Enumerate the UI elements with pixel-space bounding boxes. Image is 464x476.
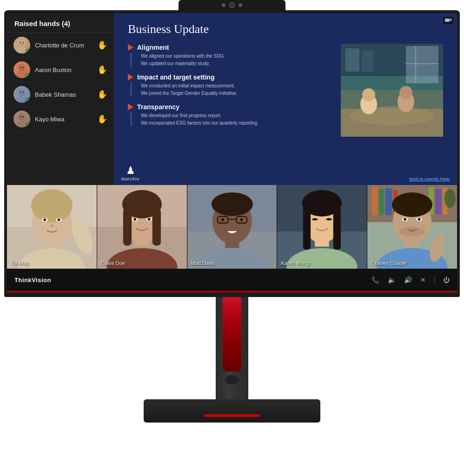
svg-point-91 (404, 218, 406, 221)
svg-point-21 (362, 88, 375, 101)
person-svg-tia (7, 185, 97, 269)
online-status (26, 73, 30, 78)
raised-hands-title: Raised hands (4) (14, 20, 70, 27)
svg-point-7 (23, 67, 24, 68)
svg-point-23 (399, 86, 412, 99)
svg-rect-79 (379, 189, 384, 215)
person-svg-claire (97, 185, 187, 269)
svg-point-8 (18, 88, 26, 97)
controls-divider (434, 275, 435, 284)
agenda-link[interactable]: Back to Agenda Page (409, 177, 450, 181)
raised-hand-icon: ✋ (97, 40, 107, 50)
raised-hand-icon: ✋ (97, 114, 107, 124)
video-feed (7, 185, 97, 269)
slide-bullet: We developed our first progress report. (141, 112, 331, 119)
video-name-karen: Karen Wong (281, 260, 309, 266)
video-cell-tia: Tia May (7, 185, 97, 269)
svg-point-89 (392, 192, 432, 217)
raised-hands-sidebar: Raised hands (4) (7, 13, 114, 185)
stand-connector (225, 375, 239, 384)
monitor-wrapper: Raised hands (4) (0, 0, 464, 423)
svg-rect-80 (385, 188, 392, 215)
svg-point-65 (221, 218, 224, 221)
monitor-bezel: Raised hands (4) (4, 10, 460, 292)
participant-item[interactable]: Babek Shamas ✋ (7, 82, 114, 107)
avatar (13, 61, 30, 78)
avatar (13, 111, 30, 127)
monitor-bottom-bar: ThinkVision 📞 🔈 🔊 ✕ ⏻ (7, 269, 457, 291)
svg-rect-51 (152, 208, 161, 245)
video-cell-matt: Matt Davis (187, 185, 277, 269)
participant-name: Charlotte de Crum (35, 42, 93, 49)
svg-point-6 (20, 67, 21, 68)
svg-point-66 (240, 218, 243, 221)
brand-label: ThinkVision (14, 277, 51, 284)
svg-point-2 (20, 42, 21, 44)
svg-point-10 (20, 92, 21, 93)
slide-bullets: We conducted an initial impact measureme… (131, 83, 331, 97)
slide-content: Business Update Alignment (114, 13, 457, 185)
svg-rect-74 (303, 207, 311, 249)
triangle-icon (128, 104, 133, 110)
camera-icon (445, 18, 451, 22)
vol-down-control[interactable]: 🔈 (388, 276, 396, 284)
svg-rect-83 (435, 189, 441, 215)
participant-item[interactable]: Kayo Miwa ✋ (7, 107, 114, 132)
slide-bullet: We conducted an initial impact measureme… (141, 83, 331, 89)
online-status (26, 98, 30, 102)
slide-bullets: We developed our first progress report. … (131, 112, 331, 126)
slide-bullet: We joined the Target Gender Equality ini… (141, 90, 331, 97)
phone-control[interactable]: 📞 (371, 276, 379, 284)
logo-text: Marchio (121, 177, 139, 181)
svg-point-15 (23, 116, 24, 118)
participant-item[interactable]: Aaron Buxton ✋ (7, 58, 114, 82)
video-name-charles: Charles Cooper (371, 260, 407, 266)
video-name-tia: Tia May (11, 260, 29, 266)
section-title: Impact and target setting (137, 73, 214, 81)
video-feed (187, 185, 277, 269)
raised-hand-icon: ✋ (97, 65, 107, 75)
power-button[interactable]: ⏻ (443, 276, 450, 284)
slide-office-image (341, 44, 443, 137)
video-cell-karen: Karen Wong (277, 185, 367, 269)
svg-rect-27 (406, 46, 438, 83)
person-svg-charles (367, 185, 457, 269)
slide-body: Alignment We aligned our operations with… (128, 44, 443, 176)
online-status (26, 49, 30, 53)
slide-bullet: We aligned our operations with the SDG. (141, 53, 331, 60)
vol-up-control[interactable]: 🔊 (404, 276, 412, 284)
sidebar-header: Raised hands (4) (7, 13, 114, 33)
camera-badge (443, 17, 453, 24)
section-header: Impact and target setting (128, 73, 331, 81)
slide-logo: ♟ Marchio (121, 165, 139, 181)
slide-title: Business Update (128, 22, 443, 36)
stand-base-red-bar (204, 414, 260, 417)
video-strip: Tia May (7, 185, 457, 269)
slide-section-transparency: Transparency We developed our first prog… (128, 103, 331, 126)
close-control[interactable]: ✕ (420, 276, 426, 284)
triangle-icon (128, 74, 133, 80)
video-feed (97, 185, 187, 269)
svg-rect-30 (445, 19, 450, 22)
svg-rect-75 (333, 207, 341, 249)
monitor-bottom-bezel (4, 292, 460, 297)
svg-point-85 (444, 189, 456, 208)
video-feed (367, 185, 457, 269)
participant-name: Aaron Buxton (35, 66, 93, 73)
svg-point-55 (147, 218, 150, 221)
section-header: Transparency (128, 103, 331, 111)
presentation-slide: Business Update Alignment (114, 13, 457, 185)
svg-point-14 (20, 116, 21, 118)
participant-item[interactable]: Charlotte de Crum ✋ (7, 33, 114, 58)
video-name-claire: Claire Doe (101, 260, 125, 266)
svg-rect-25 (345, 48, 359, 72)
svg-rect-29 (406, 63, 438, 64)
section-title: Transparency (137, 103, 179, 111)
svg-rect-28 (415, 46, 416, 83)
video-cell-charles: Charles Cooper (367, 185, 457, 269)
slide-points: Alignment We aligned our operations with… (128, 44, 331, 176)
video-feed (277, 185, 367, 269)
svg-point-53 (133, 218, 136, 221)
svg-point-12 (18, 113, 26, 121)
slide-bullets: We aligned our operations with the SDG. … (131, 53, 331, 67)
